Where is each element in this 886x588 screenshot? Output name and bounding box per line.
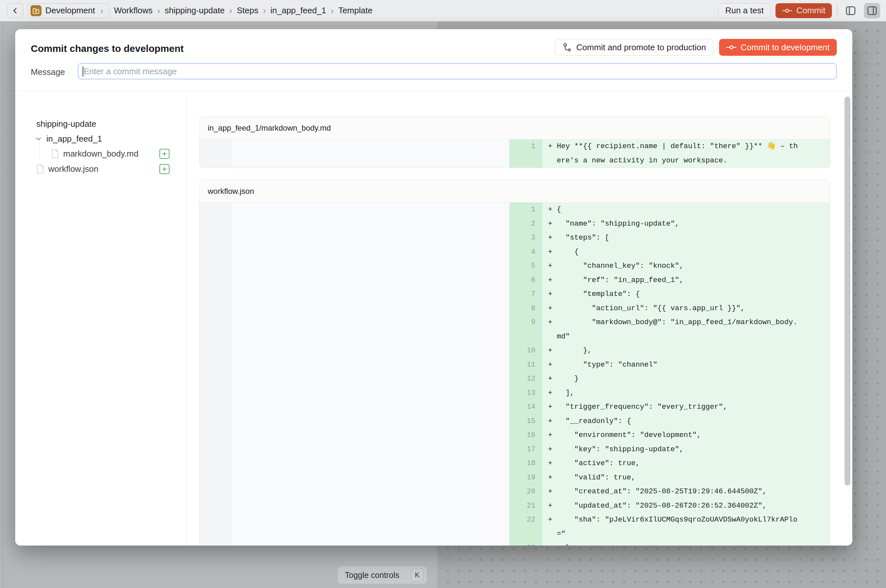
diff-old-code bbox=[232, 287, 510, 302]
diff-panel-workflow.json: workflow.json1+ {2+ "name": "shipping-up… bbox=[199, 180, 830, 546]
tree-item-markdown-body[interactable]: markdown_body.md bbox=[51, 147, 138, 160]
diff-old-code bbox=[232, 202, 510, 217]
breadcrumb-item-Template[interactable]: Template bbox=[338, 6, 373, 15]
top-bar: Development › Workflows›shipping-update›… bbox=[0, 0, 886, 21]
diff-new-line-number: 22 bbox=[510, 513, 543, 541]
diff-old-line-number bbox=[199, 344, 232, 358]
diff-code-text: + "ref": "in_app_feed_1", bbox=[543, 273, 830, 288]
environment-switcher[interactable]: Development › bbox=[28, 3, 109, 18]
toggle-controls-button[interactable]: Toggle controls K bbox=[337, 566, 427, 584]
diff-code-text: + "key": "shipping-update", bbox=[543, 442, 830, 457]
diff-code-wrap: ere's a new activity in your workspace. bbox=[543, 154, 830, 168]
diff-new-line-number: 11 bbox=[510, 358, 543, 372]
diff-new-line-number: 1 bbox=[510, 140, 543, 168]
chevron-right-icon: › bbox=[228, 6, 233, 16]
breadcrumb-item-shipping-update[interactable]: shipping-update bbox=[165, 6, 225, 15]
diff-panels: in_app_feed_1/markdown_body.md1+ Hey **{… bbox=[186, 91, 852, 546]
page: Development › Workflows›shipping-update›… bbox=[0, 0, 886, 588]
diff-old-code bbox=[232, 541, 510, 546]
breadcrumb-item-in_app_feed_1[interactable]: in_app_feed_1 bbox=[271, 6, 326, 15]
diff-old-code bbox=[232, 400, 510, 414]
diff-old-code bbox=[232, 273, 510, 288]
diff-line: 6+ "ref": "in_app_feed_1", bbox=[199, 273, 830, 288]
background-panel-border bbox=[3, 21, 3, 588]
tree-item-workflow-json[interactable]: workflow.json bbox=[36, 162, 99, 176]
diff-new-code: + { bbox=[543, 202, 830, 217]
diff-new-code: + "steps": [ bbox=[543, 231, 830, 245]
scrollbar-thumb[interactable] bbox=[844, 97, 850, 486]
run-test-button[interactable]: Run a test bbox=[718, 3, 771, 18]
diff-old-code bbox=[232, 386, 510, 400]
environment-folder-icon bbox=[30, 5, 42, 16]
diff-old-line-number bbox=[199, 217, 232, 231]
tree-root-shipping-update[interactable]: shipping-update bbox=[36, 117, 96, 130]
text-caret bbox=[82, 66, 83, 76]
breadcrumb-item-Workflows[interactable]: Workflows bbox=[114, 6, 153, 15]
diff-code-text: + { bbox=[543, 202, 830, 217]
diff-code-wrap: =" bbox=[543, 527, 830, 542]
modal-title: Commit changes to development bbox=[31, 43, 184, 54]
diff-new-code: + "ref": "in_app_feed_1", bbox=[543, 273, 830, 288]
diff-code-text: + "action_url": "{{ vars.app_url }}", bbox=[543, 302, 830, 316]
diff-new-line-number: 1 bbox=[510, 202, 543, 217]
breadcrumb-item-Steps[interactable]: Steps bbox=[237, 6, 259, 15]
left-panel-toggle-button[interactable] bbox=[843, 3, 859, 18]
diff-old-code bbox=[232, 140, 510, 168]
diff-old-line-number bbox=[199, 428, 232, 442]
panel-layout-left-icon bbox=[845, 5, 856, 16]
diff-new-code: + "trigger_frequency": "every_trigger", bbox=[543, 400, 830, 414]
added-file-plus-icon[interactable] bbox=[159, 164, 169, 174]
commit-and-promote-button[interactable]: Commit and promote to production bbox=[555, 39, 713, 56]
added-file-plus-icon[interactable] bbox=[159, 149, 169, 159]
commit-to-development-button[interactable]: Commit to development bbox=[719, 39, 837, 56]
diff-new-line-number: 4 bbox=[510, 245, 543, 260]
diff-new-code: + "created_at": "2025-08-25T19:29:46.644… bbox=[543, 484, 830, 499]
tree-item-label: in_app_feed_1 bbox=[46, 134, 102, 144]
diff-old-code bbox=[232, 372, 510, 386]
right-panel-toggle-button[interactable] bbox=[864, 3, 880, 18]
diff-new-line-number: 23 bbox=[510, 541, 543, 546]
tree-item-in-app-feed-1[interactable]: in_app_feed_1 bbox=[34, 132, 102, 145]
diff-old-line-number bbox=[199, 414, 232, 429]
message-label: Message bbox=[31, 67, 65, 77]
diff-new-line-number: 8 bbox=[510, 302, 543, 316]
diff-new-code: + { bbox=[543, 245, 830, 260]
diff-new-code: + "active": true, bbox=[543, 456, 830, 471]
diff-old-line-number bbox=[199, 442, 232, 457]
diff-old-line-number bbox=[199, 358, 232, 372]
diff-old-line-number bbox=[199, 372, 232, 386]
diff-new-code: + "type": "channel" bbox=[543, 358, 830, 372]
back-button[interactable] bbox=[7, 3, 23, 18]
diff-code-text: + "valid": true, bbox=[543, 471, 830, 485]
diff-panel-in_app_feed_1/markdown_body.md: in_app_feed_1/markdown_body.md1+ Hey **{… bbox=[199, 116, 830, 168]
diff-new-code: + "markdown_body@": "in_app_feed_1/markd… bbox=[543, 315, 830, 344]
diff-new-line-number: 14 bbox=[510, 400, 543, 414]
diff-line: 3+ "steps": [ bbox=[199, 231, 830, 245]
commit-message-input[interactable] bbox=[78, 63, 837, 80]
diff-new-code: + "__readonly": { bbox=[543, 414, 830, 429]
diff-line: 4+ { bbox=[199, 245, 830, 260]
diff-new-line-number: 21 bbox=[510, 499, 543, 513]
diff-old-code bbox=[232, 217, 510, 231]
diff-new-line-number: 17 bbox=[510, 442, 543, 457]
diff-line: 7+ "template": { bbox=[199, 287, 830, 302]
diff-old-code bbox=[232, 471, 510, 485]
diff-code-text: + { bbox=[543, 245, 830, 260]
diff-old-line-number bbox=[199, 302, 232, 316]
commit-button[interactable]: Commit bbox=[775, 3, 832, 18]
diff-new-code: + "environment": "development", bbox=[543, 428, 830, 442]
tree-item-label: workflow.json bbox=[48, 164, 99, 174]
diff-code-text: + "active": true, bbox=[543, 456, 830, 471]
diff-new-line-number: 12 bbox=[510, 372, 543, 386]
diff-new-line-number: 13 bbox=[510, 386, 543, 400]
modal-scrollbar bbox=[844, 92, 851, 543]
diff-code-text: + } bbox=[543, 372, 830, 386]
diff-line: 2+ "name": "shipping-update", bbox=[199, 217, 830, 231]
diff-old-line-number bbox=[199, 245, 232, 260]
diff-line: 9+ "markdown_body@": "in_app_feed_1/mark… bbox=[199, 315, 830, 344]
diff-line: 1+ { bbox=[199, 202, 830, 217]
diff-new-line-number: 19 bbox=[510, 471, 543, 485]
diff-old-code bbox=[232, 344, 510, 358]
diff-line: 12+ } bbox=[199, 372, 830, 386]
diff-new-code: + } bbox=[543, 372, 830, 386]
